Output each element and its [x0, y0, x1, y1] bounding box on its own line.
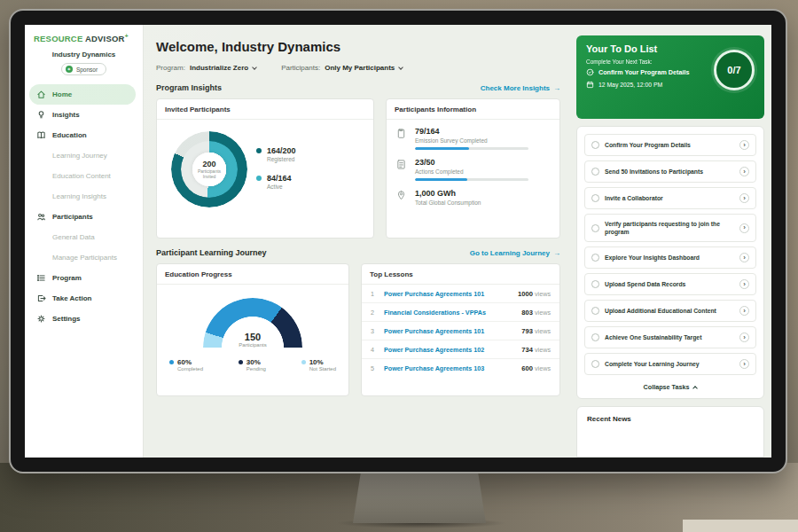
sidebar-item-participants[interactable]: Participants	[25, 207, 143, 227]
sidebar-item-education-content[interactable]: Education Content	[25, 166, 143, 186]
program-filter[interactable]: Program: Industrialize Zero	[156, 64, 256, 72]
checkbox-circle[interactable]	[591, 360, 599, 368]
chevron-right-icon[interactable]: ›	[739, 306, 749, 316]
check-more-insights-link[interactable]: Check More Insights →	[481, 84, 560, 92]
stat-value: 23/50	[415, 158, 528, 167]
participants-filter[interactable]: Participants: Only My Participants	[281, 64, 403, 72]
task-row[interactable]: Upload Additional Educational Content ›	[584, 300, 756, 322]
invited-donut-chart: 200 Participants Invited	[171, 131, 247, 207]
lesson-views: 803 views	[521, 309, 551, 317]
legend-value: 60%	[177, 358, 203, 366]
list-icon	[36, 273, 46, 283]
gauge-value: 150	[203, 332, 302, 342]
sidebar-item-learning-insights[interactable]: Learning Insights	[25, 186, 143, 207]
sidebar-item-general-data[interactable]: General Data	[25, 227, 143, 247]
legend-item: 164/200 Registered	[256, 146, 296, 162]
lesson-rank: 5	[371, 364, 377, 372]
sidebar-item-label: Participants	[52, 213, 93, 221]
donut-center-label: Participants Invited	[194, 168, 224, 180]
chevron-right-icon[interactable]: ›	[739, 359, 749, 369]
sidebar-item-education[interactable]: Education	[25, 125, 143, 145]
checkbox-circle[interactable]	[591, 224, 599, 232]
recent-news-heading: Recent News	[587, 415, 631, 423]
gauge-center: 150 Participants	[203, 332, 302, 348]
chevron-right-icon[interactable]: ›	[739, 193, 749, 203]
sidebar-item-label: General Data	[52, 233, 95, 241]
legend-dot	[301, 360, 306, 364]
lesson-title-link[interactable]: Power Purchase Agreements 101	[384, 290, 511, 298]
sidebar-item-label: Take Action	[52, 294, 91, 302]
collapse-tasks-link[interactable]: Collapse Tasks	[584, 379, 756, 395]
todo-next-task[interactable]: Confirm Your Program Details	[586, 68, 710, 76]
lesson-row[interactable]: 3 Power Purchase Agreements 101 793 view…	[362, 322, 559, 340]
program-filter-label: Program:	[156, 64, 185, 72]
lesson-title-link[interactable]: Financial Considerations - VPPAs	[384, 309, 514, 317]
chevron-right-icon[interactable]: ›	[739, 223, 749, 233]
chevron-up-icon	[693, 386, 699, 391]
sponsor-badge: ✦ Sponsor	[61, 63, 106, 75]
task-row[interactable]: Explore Your Insights Dashboard ›	[584, 246, 756, 269]
checkbox-circle[interactable]	[591, 194, 599, 202]
task-row[interactable]: Verify participants requesting to join t…	[584, 214, 756, 242]
task-row[interactable]: Upload Spend Data Records ›	[584, 273, 756, 295]
chevron-right-icon[interactable]: ›	[739, 253, 749, 262]
legend-value: 30%	[246, 358, 266, 366]
task-row[interactable]: Complete Your Learning Journey ›	[584, 353, 756, 375]
donut-center-value: 200	[202, 160, 215, 168]
legend-label: Registered	[267, 156, 296, 162]
task-row[interactable]: Invite a Collaborator ›	[584, 187, 756, 209]
legend-item: 60% Completed	[169, 358, 203, 372]
donut-center: 200 Participants Invited	[192, 153, 226, 186]
sidebar-item-learning-journey[interactable]: Learning Journey	[25, 145, 143, 166]
collapse-label: Collapse Tasks	[644, 383, 690, 391]
checkbox-circle[interactable]	[591, 168, 599, 176]
checkbox-circle[interactable]	[591, 141, 599, 149]
todo-summary-card: Your To Do List Complete Your Next Task:…	[576, 35, 764, 119]
monitor-stand	[353, 472, 486, 523]
sidebar-item-label: Insights	[52, 111, 80, 119]
stat-global-consumption: 1,000 GWh Total Global Consumption	[387, 182, 559, 210]
sidebar-item-insights[interactable]: Insights	[25, 105, 143, 125]
chevron-right-icon[interactable]: ›	[739, 140, 749, 150]
checkbox-circle[interactable]	[591, 254, 599, 262]
lesson-title-link[interactable]: Power Purchase Agreements 101	[384, 327, 514, 335]
home-icon	[36, 90, 46, 99]
task-row[interactable]: Confirm Your Program Details ›	[584, 134, 756, 156]
app-logo: RESOURCE ADVISOR+	[25, 33, 143, 43]
sidebar-item-take-action[interactable]: Take Action	[25, 288, 143, 309]
chevron-right-icon[interactable]: ›	[739, 332, 749, 342]
checkbox-circle[interactable]	[591, 307, 599, 315]
people-icon	[36, 212, 46, 222]
sidebar: RESOURCE ADVISOR+ Industry Dynamics ✦ Sp…	[25, 25, 144, 458]
lesson-title-link[interactable]: Power Purchase Agreements 102	[384, 346, 514, 354]
go-to-learning-journey-link[interactable]: Go to Learning Journey →	[470, 249, 560, 257]
legend-value: 164/200	[267, 146, 296, 155]
stat-emission-survey: 79/164 Emission Survey Completed	[387, 120, 559, 151]
sidebar-item-manage-participants[interactable]: Manage Participants	[25, 247, 143, 268]
task-row[interactable]: Achieve One Sustainability Target ›	[584, 326, 756, 348]
link-label: Check More Insights	[481, 84, 550, 92]
lesson-row[interactable]: 2 Financial Considerations - VPPAs 803 v…	[362, 303, 559, 322]
lesson-rank: 1	[371, 290, 377, 298]
sidebar-item-program[interactable]: Program	[25, 268, 143, 288]
lesson-row[interactable]: 4 Power Purchase Agreements 102 734 view…	[362, 340, 559, 359]
checkbox-circle[interactable]	[591, 280, 599, 288]
due-date-label: 12 May 2025, 12:00 PM	[598, 82, 662, 88]
chevron-right-icon[interactable]: ›	[739, 167, 749, 176]
sidebar-item-label: Settings	[52, 315, 81, 323]
task-label: Explore Your Insights Dashboard	[605, 254, 734, 262]
invited-participants-card: Invited Participants 200 Participants In…	[156, 98, 374, 239]
learning-journey-header: Participant Learning Journey Go to Learn…	[156, 248, 560, 257]
lesson-title-link[interactable]: Power Purchase Agreements 103	[384, 364, 514, 372]
program-filter-value: Industrialize Zero	[190, 64, 248, 72]
task-row[interactable]: Send 50 Invitations to Participants ›	[584, 160, 756, 183]
lesson-row[interactable]: 1 Power Purchase Agreements 101 1000 vie…	[362, 285, 559, 303]
lesson-views: 1000 views	[518, 290, 551, 298]
sidebar-item-home[interactable]: Home	[29, 84, 136, 105]
next-task-label: Confirm Your Program Details	[598, 68, 689, 76]
lesson-row[interactable]: 5 Power Purchase Agreements 103 600 view…	[362, 359, 559, 377]
checkbox-circle[interactable]	[591, 333, 599, 341]
learning-cards-row: Education Progress 150 Participants	[156, 263, 560, 396]
chevron-right-icon[interactable]: ›	[739, 279, 749, 289]
sidebar-item-settings[interactable]: Settings	[25, 309, 143, 329]
